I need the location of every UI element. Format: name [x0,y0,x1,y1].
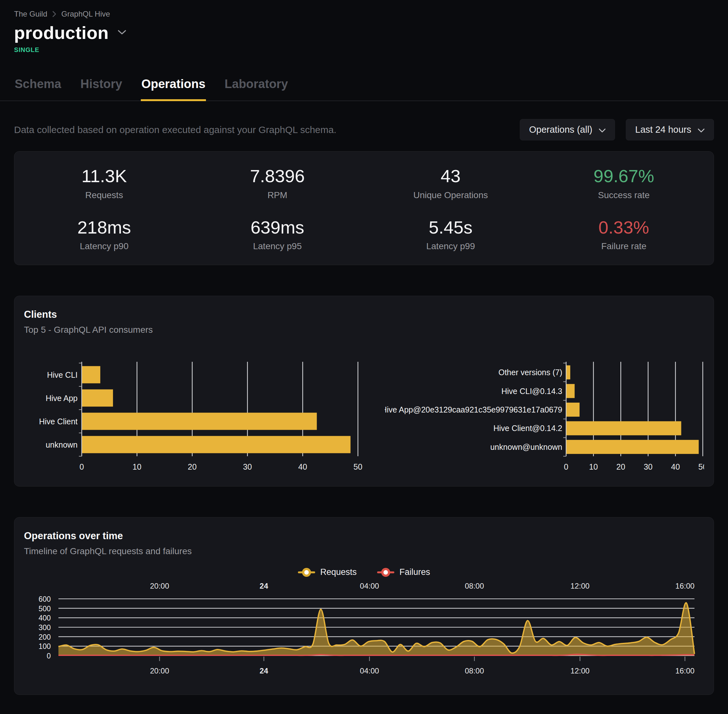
category-label: Hive Client [39,417,78,426]
x-axis-label-bottom: 08:00 [465,666,484,675]
bar [82,366,100,384]
x-tick-label: 10 [132,462,141,471]
breadcrumb: The Guild GraphQL Hive [14,10,714,18]
breadcrumb-org[interactable]: The Guild [14,10,47,18]
category-label: Hive App [46,394,78,403]
stat-label: Latency p90 [18,241,191,251]
bar [82,413,317,430]
target-type-badge: SINGLE [14,46,714,54]
stat-value: 43 [364,166,537,186]
bar [566,422,681,435]
operations-over-time-card: Operations over time Timeline of GraphQL… [14,517,714,695]
x-tick-label: 0 [564,462,569,471]
tab-operations[interactable]: Operations [141,77,206,101]
tab-history[interactable]: History [80,77,123,101]
page-header: The Guild GraphQL Hive production SINGLE [0,0,728,54]
x-axis-label-bottom: 16:00 [675,666,695,675]
bar [566,403,579,417]
stat-label: Latency p95 [191,241,364,251]
period-filter-label: Last 24 hours [635,124,691,135]
clients-card-title: Clients [24,309,704,320]
y-tick-label: 500 [39,604,51,613]
x-tick-label: 40 [298,462,307,471]
operations-dashboard: The Guild GraphQL Hive production SINGLE… [0,0,728,714]
x-tick-label: 30 [644,462,653,471]
x-axis-label-top: 24 [260,582,268,590]
x-axis-label-bottom: 04:00 [360,666,379,675]
stat-unique-operations: 43 Unique Operations [364,166,537,200]
clients-card-subtitle: Top 5 - GraphQL API consumers [24,325,704,335]
x-tick-label: 50 [698,462,704,471]
x-axis-label-top: 16:00 [675,582,695,590]
category-label: Other versions (7) [498,368,562,377]
x-axis-label-top: 20:00 [150,582,169,590]
category-label: Hive Client@0.14.2 [493,424,562,433]
chevron-down-icon [117,29,126,36]
tab-bar: Schema History Operations Laboratory [0,77,728,101]
y-tick-label: 400 [39,614,51,622]
x-axis-label-bottom: 12:00 [570,666,590,675]
x-axis-label-bottom: 24 [260,666,268,675]
clients-by-name-chart: 01020304050Hive CLIHive AppHive Clientun… [24,360,366,473]
operations-content: Data collected based on operation execut… [0,119,728,708]
timeseries-legend: Requests Failures [24,567,704,577]
x-tick-label: 20 [616,462,625,471]
category-label: Hive CLI [47,370,78,380]
bar [566,384,575,398]
page-title: production [14,22,108,43]
operations-over-time-chart: 010020030040050060020:002404:0008:0012:0… [24,580,705,680]
stats-summary-card: 11.3K Requests 7.8396 RPM 43 Unique Oper… [14,151,714,265]
bar [566,366,570,380]
stat-rpm: 7.8396 RPM [191,166,364,200]
bar [82,436,350,453]
bar [82,390,113,407]
stat-value: 11.3K [18,166,191,186]
timeseries-chart-wrap: 010020030040050060020:002404:0008:0012:0… [24,580,704,681]
operations-filter-dropdown[interactable]: Operations (all) [520,119,615,140]
category-label: Hive App@20e3129caa921c35e9979631e17a067… [385,405,562,414]
stat-latency-p90: 218ms Latency p90 [18,218,191,252]
tab-schema[interactable]: Schema [14,77,62,101]
bar [566,440,699,454]
stat-latency-p99: 5.45s Latency p99 [364,218,537,252]
period-filter-dropdown[interactable]: Last 24 hours [626,119,714,140]
chevron-right-icon [53,10,56,18]
stat-value: 5.45s [364,218,537,238]
y-tick-label: 100 [39,642,51,651]
clients-by-version-chart: 01020304050Other versions (7)Hive CLI@0.… [385,360,704,473]
target-selector[interactable]: production [14,22,714,43]
failures-series-marker-icon [377,568,394,577]
collection-description: Data collected based on operation execut… [14,124,337,135]
breadcrumb-project[interactable]: GraphQL Hive [61,10,110,18]
tab-laboratory[interactable]: Laboratory [224,77,288,101]
clients-charts-row: 01020304050Hive CLIHive AppHive Clientun… [24,360,704,473]
chevron-down-icon [599,124,606,135]
clients-card: Clients Top 5 - GraphQL API consumers 01… [14,296,714,486]
y-tick-label: 600 [39,595,51,603]
operations-card-title: Operations over time [24,530,704,542]
x-tick-label: 10 [589,462,598,471]
legend-label: Requests [320,567,356,577]
x-tick-label: 20 [188,462,197,471]
x-tick-label: 30 [243,462,252,471]
y-tick-label: 200 [39,633,51,641]
x-axis-label-bottom: 20:00 [150,666,169,675]
x-axis-label-top: 04:00 [360,582,379,590]
operations-card-subtitle: Timeline of GraphQL requests and failure… [24,546,704,556]
legend-item-requests[interactable]: Requests [298,567,356,577]
y-tick-label: 0 [47,652,51,660]
stat-value: 639ms [191,218,364,238]
filter-buttons: Operations (all) Last 24 hours [520,119,714,140]
x-tick-label: 40 [671,462,680,471]
stat-failure-rate: 0.33% Failure rate [537,218,711,252]
requests-series-marker-icon [298,568,315,577]
stat-label: RPM [191,190,364,200]
stat-label: Failure rate [537,241,711,251]
stat-value: 99.67% [537,166,711,186]
stat-label: Success rate [537,190,711,200]
stat-latency-p95: 639ms Latency p95 [191,218,364,252]
legend-label: Failures [399,567,430,577]
y-tick-label: 300 [39,623,51,632]
legend-item-failures[interactable]: Failures [377,567,430,577]
x-axis-label-top: 08:00 [465,582,484,590]
